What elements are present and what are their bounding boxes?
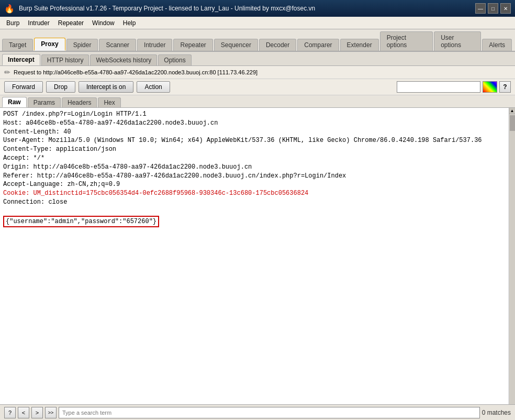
scrollbar-thumb[interactable] — [510, 115, 515, 131]
view-tab-hex[interactable]: Hex — [98, 97, 120, 107]
menu-bar: Burp Intruder Repeater Window Help — [0, 17, 515, 29]
title-bar-controls: — □ ✕ — [475, 3, 511, 14]
menu-item-repeater[interactable]: Repeater — [54, 18, 88, 28]
view-tabs: Raw Params Headers Hex — [0, 95, 515, 108]
action-help-button[interactable]: ? — [499, 81, 511, 93]
scrollbar: ▲ ▼ — [509, 108, 515, 420]
close-button[interactable]: ✕ — [500, 3, 511, 14]
menu-item-burp[interactable]: Burp — [2, 18, 24, 28]
maximize-button[interactable]: □ — [488, 3, 498, 14]
forward-button[interactable]: Forward — [4, 81, 43, 93]
bottom-prev-button[interactable]: < — [18, 407, 29, 418]
subtab-http-history[interactable]: HTTP history — [41, 54, 89, 65]
bottom-bar: ? < > >> 0 matches — [0, 404, 515, 420]
content-area: Intercept HTTP history WebSockets histor… — [0, 52, 515, 420]
search-box-container: ? — [397, 81, 511, 93]
color-picker-button[interactable] — [483, 81, 497, 93]
bottom-next2-button[interactable]: >> — [45, 407, 57, 418]
view-tab-raw[interactable]: Raw — [2, 97, 27, 107]
request-header-bar: ✏ Request to http://a046ce8b-e55a-4780-a… — [0, 66, 515, 79]
minimize-button[interactable]: — — [475, 3, 486, 14]
app-icon: 🔥 — [4, 4, 15, 14]
search-term-input[interactable] — [59, 407, 480, 418]
tab-extender[interactable]: Extender — [340, 39, 379, 51]
sub-tabs: Intercept HTTP history WebSockets histor… — [0, 52, 515, 66]
bottom-next-button[interactable]: > — [31, 407, 43, 418]
tab-repeater[interactable]: Repeater — [173, 39, 212, 51]
main-tabs: Target Proxy Spider Scanner Intruder Rep… — [0, 29, 515, 52]
tab-target[interactable]: Target — [2, 39, 33, 51]
intercept-toggle-button[interactable]: Intercept is on — [79, 81, 133, 93]
subtab-options[interactable]: Options — [158, 54, 191, 65]
tab-user-options[interactable]: User options — [434, 31, 481, 51]
tab-intruder[interactable]: Intruder — [137, 39, 172, 51]
drop-button[interactable]: Drop — [46, 81, 75, 93]
menu-item-window[interactable]: Window — [88, 18, 119, 28]
request-body-container: POST /index.php?r=Login/Login HTTP/1.1 H… — [0, 108, 515, 420]
scrollbar-up-button[interactable]: ▲ — [509, 108, 516, 114]
tab-spider[interactable]: Spider — [66, 39, 98, 51]
action-bar: Forward Drop Intercept is on Action ? — [0, 79, 515, 95]
action-button[interactable]: Action — [137, 81, 170, 93]
tab-scanner[interactable]: Scanner — [99, 39, 136, 51]
highlight-search-input[interactable] — [397, 81, 480, 93]
request-url: Request to http://a046ce8b-e55a-4780-aa9… — [14, 69, 511, 75]
tab-comparer[interactable]: Comparer — [297, 39, 339, 51]
bottom-help-button[interactable]: ? — [4, 407, 16, 418]
request-body-editor[interactable]: POST /index.php?r=Login/Login HTTP/1.1 H… — [0, 108, 509, 420]
menu-item-help[interactable]: Help — [119, 18, 140, 28]
title-bar-left: 🔥 Burp Suite Professional v1.7.26 - Temp… — [4, 4, 315, 14]
tab-decoder[interactable]: Decoder — [259, 39, 296, 51]
title-bar: 🔥 Burp Suite Professional v1.7.26 - Temp… — [0, 0, 515, 17]
view-tab-headers[interactable]: Headers — [62, 97, 97, 107]
tab-project-options[interactable]: Project options — [380, 31, 433, 51]
tab-sequencer[interactable]: Sequencer — [214, 39, 258, 51]
menu-item-intruder[interactable]: Intruder — [24, 18, 53, 28]
edit-icon: ✏ — [4, 68, 10, 76]
app-title: Burp Suite Professional v1.7.26 - Tempor… — [19, 5, 315, 12]
subtab-intercept[interactable]: Intercept — [2, 54, 40, 65]
tab-alerts[interactable]: Alerts — [482, 39, 512, 51]
tab-proxy[interactable]: Proxy — [34, 38, 65, 51]
matches-count: 0 matches — [482, 409, 511, 416]
subtab-websockets-history[interactable]: WebSockets history — [90, 54, 157, 65]
scrollbar-track — [510, 114, 515, 419]
view-tab-params[interactable]: Params — [28, 97, 61, 107]
